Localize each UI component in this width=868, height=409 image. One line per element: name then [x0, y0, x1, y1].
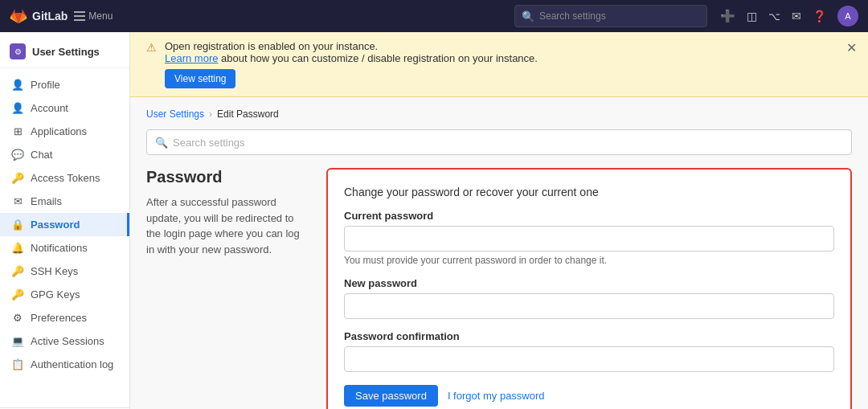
layout: ⚙ User Settings 👤 Profile 👤 Account ⊞ Ap… [0, 32, 868, 409]
sidebar-item-ssh-keys[interactable]: 🔑 SSH Keys [0, 260, 129, 283]
menu-button[interactable]: Menu [74, 10, 113, 22]
sidebar-item-applications[interactable]: ⊞ Applications [0, 120, 129, 143]
page-description: After a successful password update, you … [146, 194, 307, 257]
search-input[interactable] [539, 10, 684, 22]
content-body: Password After a successful password upd… [146, 168, 852, 409]
breadcrumb-separator: › [209, 108, 212, 120]
sidebar-item-access-tokens[interactable]: 🔑 Access Tokens [0, 166, 129, 190]
settings-icon: ⚙ [10, 43, 26, 59]
new-password-group: New password [344, 277, 834, 319]
current-password-input[interactable] [344, 226, 834, 252]
password-confirmation-group: Password confirmation [344, 330, 834, 372]
applications-icon: ⊞ [11, 125, 24, 137]
active-sessions-icon: 💻 [11, 335, 24, 347]
banner-content: Open registration is enabled on your ins… [165, 40, 852, 88]
access-tokens-icon: 🔑 [11, 172, 24, 184]
notifications-icon: 🔔 [11, 242, 24, 254]
page-info: Password After a successful password upd… [146, 168, 307, 409]
preferences-icon: ⚙ [11, 312, 24, 324]
breadcrumb: User Settings › Edit Password [146, 108, 852, 120]
page-content: User Settings › Edit Password 🔍 Password… [130, 97, 868, 409]
search-settings-input[interactable] [173, 137, 843, 149]
global-search[interactable]: 🔍 [514, 5, 707, 27]
warning-icon: ⚠ [146, 41, 157, 54]
authentication-log-icon: 📋 [11, 358, 24, 370]
avatar[interactable]: A [837, 6, 858, 27]
banner-learn-more-link[interactable]: Learn more [165, 52, 218, 64]
sidebar-item-password[interactable]: 🔒 Password [0, 213, 129, 236]
breadcrumb-current: Edit Password [217, 108, 279, 120]
banner-close-button[interactable]: ✕ [846, 40, 857, 55]
sidebar-item-profile[interactable]: 👤 Profile [0, 73, 129, 96]
breadcrumb-parent-link[interactable]: User Settings [146, 108, 204, 120]
current-password-group: Current password You must provide your c… [344, 210, 834, 266]
help-icon[interactable]: ❓ [813, 10, 826, 22]
sidebar-item-preferences[interactable]: ⚙ Preferences [0, 306, 129, 329]
create-icon[interactable]: ➕ [720, 9, 735, 23]
current-password-hint: You must provide your current password i… [344, 255, 834, 266]
profile-icon: 👤 [11, 79, 24, 91]
sidebar-item-emails[interactable]: ✉ Emails [0, 190, 129, 213]
sidebar-item-notifications[interactable]: 🔔 Notifications [0, 236, 129, 260]
account-icon: 👤 [11, 102, 24, 114]
new-password-label: New password [344, 277, 834, 289]
password-card: Change your password or recover your cur… [326, 168, 852, 409]
banner-desc: Learn more about how you can customize /… [165, 52, 852, 64]
save-password-button[interactable]: Save password [344, 385, 438, 407]
current-password-label: Current password [344, 210, 834, 222]
todos-icon[interactable]: ✉ [792, 10, 801, 22]
merge-requests-icon[interactable]: ⌥ [768, 10, 780, 22]
chat-icon: 💬 [11, 149, 24, 161]
sidebar-item-chat[interactable]: 💬 Chat [0, 143, 129, 166]
search-icon: 🔍 [522, 10, 534, 22]
card-subtitle: Change your password or recover your cur… [344, 186, 834, 198]
sidebar: ⚙ User Settings 👤 Profile 👤 Account ⊞ Ap… [0, 32, 130, 409]
view-setting-button[interactable]: View setting [165, 69, 235, 88]
password-icon: 🔒 [11, 219, 24, 231]
page-title: Password [146, 168, 307, 186]
sidebar-item-active-sessions[interactable]: 💻 Active Sessions [0, 329, 129, 353]
sidebar-title: User Settings [32, 46, 100, 58]
new-password-input[interactable] [344, 293, 834, 319]
sidebar-header: ⚙ User Settings [0, 32, 129, 68]
sidebar-item-gpg-keys[interactable]: 🔑 GPG Keys [0, 283, 129, 306]
search-settings-icon: 🔍 [155, 137, 168, 149]
sidebar-nav: 👤 Profile 👤 Account ⊞ Applications 💬 Cha… [0, 68, 129, 407]
registration-banner: ⚠ Open registration is enabled on your i… [130, 32, 868, 97]
ssh-keys-icon: 🔑 [11, 265, 24, 277]
gitlab-logo[interactable]: GitLab [10, 7, 68, 25]
settings-search-bar: 🔍 [146, 129, 852, 155]
sidebar-item-authentication-log[interactable]: 📋 Authentication log [0, 353, 129, 376]
form-actions: Save password I forgot my password [344, 385, 834, 407]
topnav: GitLab Menu 🔍 ➕ ◫ ⌥ ✉ ❓ A [0, 0, 868, 32]
topnav-icons: ➕ ◫ ⌥ ✉ ❓ A [720, 6, 858, 27]
logo-text: GitLab [32, 10, 68, 22]
main-content: ⚠ Open registration is enabled on your i… [130, 32, 868, 409]
banner-title: Open registration is enabled on your ins… [165, 40, 852, 52]
emails-icon: ✉ [11, 195, 24, 207]
sidebar-item-account[interactable]: 👤 Account [0, 96, 129, 120]
issues-icon[interactable]: ◫ [747, 10, 757, 22]
forgot-password-link[interactable]: I forgot my password [448, 390, 545, 402]
password-confirmation-input[interactable] [344, 346, 834, 372]
gpg-keys-icon: 🔑 [11, 288, 24, 301]
password-confirmation-label: Password confirmation [344, 330, 834, 342]
